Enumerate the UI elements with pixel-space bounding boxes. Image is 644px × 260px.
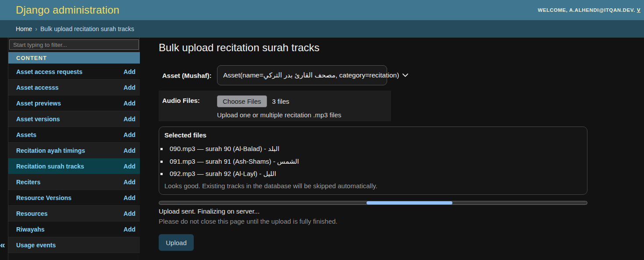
nav-sidebar: CONTENT Asset access requests Add Asset … — [8, 38, 139, 260]
sidebar-model-link[interactable]: Resources — [16, 210, 48, 217]
sidebar-model-link[interactable]: Reciters — [16, 179, 40, 186]
main-content: Bulk upload recitation surah tracks Asse… — [159, 38, 644, 260]
sidebar-model-row[interactable]: Recitation ayah timings Add — [8, 142, 140, 158]
sidebar-model-link[interactable]: Recitation ayah timings — [16, 147, 85, 154]
breadcrumb-home-link[interactable]: Home — [16, 25, 32, 32]
sidebar-add-link[interactable]: Add — [124, 210, 135, 217]
sidebar-collapse-toggle[interactable]: « — [0, 239, 7, 251]
sidebar-model-row[interactable]: Riwayahs Add — [8, 221, 140, 237]
sidebar-model-row[interactable]: Asset versions Add — [8, 111, 140, 126]
audio-files-controls: Choose Files 3 files Upload one or multi… — [217, 95, 341, 121]
selected-file-item: 092.mp3 — surah 92 (Al-Layl) - الليل — [164, 168, 581, 180]
sidebar-model-row[interactable]: Assets Add — [8, 126, 140, 142]
selected-files-list: 090.mp3 — surah 90 (Al-Balad) - البلد091… — [164, 143, 581, 180]
content-section-header[interactable]: CONTENT — [8, 52, 140, 63]
sidebar-add-link[interactable]: Add — [124, 163, 135, 170]
sidebar-add-link[interactable]: Add — [124, 131, 135, 138]
sidebar-model-row[interactable]: Usage events — [8, 237, 140, 253]
sidebar-add-link[interactable]: Add — [124, 68, 135, 75]
sidebar-add-link[interactable]: Add — [124, 100, 135, 107]
sidebar-add-link[interactable]: Add — [124, 179, 135, 186]
sidebar-model-row[interactable]: Asset previews Add — [8, 95, 140, 111]
sidebar-model-row[interactable]: Resources Add — [8, 205, 140, 221]
sidebar-model-row[interactable]: Resource Versions Add — [8, 190, 140, 205]
sidebar-model-link[interactable]: Recitation surah tracks — [16, 163, 84, 170]
sidebar-model-link[interactable]: Usage events — [16, 242, 56, 249]
sidebar-model-row[interactable]: Reciters Add — [8, 174, 140, 190]
content-module: CONTENT Asset access requests Add Asset … — [8, 52, 140, 260]
user-tools: WELCOME, A.ALHENDI@ITQAN.DEV.V — [538, 7, 640, 13]
file-count-text: 3 files — [272, 98, 289, 105]
sidebar-model-link[interactable]: Asset previews — [16, 100, 61, 107]
asset-select-value: Asset(name=مصحف القارئ بدر التركي, categ… — [223, 71, 399, 79]
sidebar-filter-input[interactable] — [9, 39, 139, 50]
site-branding[interactable]: Django administration — [16, 4, 119, 16]
asset-form-row: Asset (Mushaf): Asset(name=مصحف القارئ ب… — [159, 65, 391, 86]
breadcrumb-separator: › — [35, 25, 37, 32]
upload-status-secondary: Please do not close this page until the … — [159, 218, 338, 225]
asset-select[interactable]: Asset(name=مصحف القارئ بدر التركي, categ… — [217, 65, 387, 85]
selected-file-item: 091.mp3 — surah 91 (Ash-Shams) - الشمس — [164, 155, 581, 168]
header-bar: Django administration WELCOME, A.ALHENDI… — [0, 0, 644, 20]
upload-status-primary: Upload sent. Finalizing on server... — [159, 207, 260, 215]
welcome-text: WELCOME, A.ALHENDI@ITQAN.DEV. — [538, 7, 635, 13]
asset-label: Asset (Mushaf): — [159, 72, 217, 79]
sidebar-add-link[interactable]: Add — [124, 116, 135, 123]
selected-file-item: 090.mp3 — surah 90 (Al-Balad) - البلد — [164, 143, 581, 155]
selected-files-panel: Selected files 090.mp3 — surah 90 (Al-Ba… — [159, 126, 587, 195]
sidebar-model-link[interactable]: Asset access requests — [16, 68, 82, 75]
sidebar-model-row[interactable]: Asset accesss Add — [8, 79, 140, 95]
sidebar-model-link[interactable]: Riwayahs — [16, 226, 45, 233]
chevron-down-icon — [402, 74, 408, 77]
upload-button[interactable]: Upload — [159, 234, 194, 251]
selected-files-note: Looks good. Existing tracks in the datab… — [164, 182, 581, 190]
sidebar-add-link[interactable]: Add — [124, 226, 135, 233]
choose-files-button[interactable]: Choose Files — [217, 95, 267, 107]
sidebar-add-link[interactable]: Add — [124, 147, 135, 154]
audio-files-help-text: Upload one or multiple recitation .mp3 f… — [217, 111, 341, 119]
selected-files-heading: Selected files — [164, 131, 581, 139]
sidebar-model-link[interactable]: Asset accesss — [16, 84, 59, 91]
upload-progress-bar — [159, 201, 587, 205]
sidebar-model-link[interactable]: Assets — [16, 131, 36, 138]
model-list: Asset access requests Add Asset accesss … — [8, 63, 140, 253]
audio-files-label: Audio Files: — [162, 95, 217, 121]
user-tools-link-partial[interactable]: V — [637, 7, 640, 13]
sidebar-model-link[interactable]: Asset versions — [16, 116, 60, 123]
upload-progress-chunk — [366, 201, 452, 204]
breadcrumb-current: Bulk upload recitation surah tracks — [40, 25, 134, 32]
sidebar-model-link[interactable]: Resource Versions — [16, 194, 71, 201]
sidebar-row-partial — [8, 253, 140, 260]
audio-files-form-row: Audio Files: Choose Files 3 files Upload… — [159, 91, 391, 121]
sidebar-add-link[interactable]: Add — [124, 84, 135, 91]
page-title: Bulk upload recitation surah tracks — [159, 42, 320, 54]
breadcrumb: Home › Bulk upload recitation surah trac… — [0, 20, 644, 38]
sidebar-add-link[interactable]: Add — [124, 194, 135, 201]
sidebar-model-row[interactable]: Asset access requests Add — [8, 63, 140, 79]
sidebar-model-row[interactable]: Recitation surah tracks Add — [8, 158, 140, 174]
